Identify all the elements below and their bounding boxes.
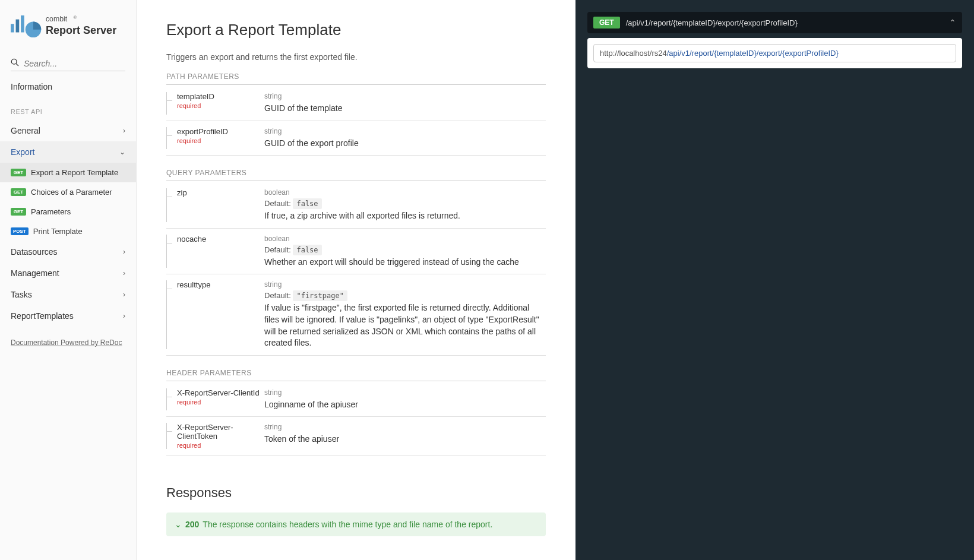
param-required: required — [177, 137, 264, 144]
chevron-down-icon: ⌄ — [175, 520, 182, 529]
nav-label: Information — [11, 82, 52, 91]
nav-management[interactable]: Management › — [0, 262, 136, 284]
nav-information[interactable]: Information — [0, 76, 136, 97]
nav-label: Export — [11, 147, 34, 157]
nav-label: Datasources — [11, 247, 58, 257]
method-badge-get: GET — [11, 188, 26, 196]
content: Export a Report Template Triggers an exp… — [137, 0, 575, 560]
nav-label: ReportTemplates — [11, 311, 74, 321]
param-row: X-ReportServer-ClientToken required stri… — [166, 417, 546, 455]
section-query-params: QUERY PARAMETERS — [166, 169, 546, 181]
chevron-down-icon: ⌄ — [119, 148, 125, 156]
chevron-right-icon: › — [123, 248, 125, 256]
section-path-params: PATH PARAMETERS — [166, 72, 546, 85]
nav-label: Management — [11, 268, 59, 278]
search-input[interactable] — [24, 59, 125, 68]
response-code: 200 — [185, 520, 199, 529]
chevron-right-icon: › — [123, 269, 125, 277]
param-name: X-ReportServer-ClientToken — [177, 423, 264, 441]
param-name: X-ReportServer-ClientId — [177, 388, 264, 397]
nav-sub-label: Choices of a Parameter — [31, 188, 112, 197]
param-name: exportProfileID — [177, 127, 264, 136]
svg-text:®: ® — [73, 15, 77, 20]
page-description: Triggers an export and returns the first… — [166, 52, 546, 62]
chevron-right-icon: › — [123, 290, 125, 299]
main: Export a Report Template Triggers an exp… — [137, 0, 974, 560]
param-desc: GUID of the template — [264, 103, 546, 115]
nav-label: Tasks — [11, 290, 32, 299]
svg-rect-0 — [11, 24, 14, 32]
nav-export[interactable]: Export ⌄ — [0, 141, 136, 163]
param-required: required — [177, 102, 264, 109]
nav-sub-label: Export a Report Template — [31, 168, 118, 177]
nav-sub-choices-parameter[interactable]: GET Choices of a Parameter — [0, 182, 136, 202]
method-badge: GET — [593, 17, 620, 29]
svg-text:combit: combit — [46, 15, 68, 23]
nav-datasources[interactable]: Datasources › — [0, 241, 136, 262]
logo: combit ® Report Server — [0, 9, 136, 52]
nav-sub-parameters[interactable]: GET Parameters — [0, 202, 136, 222]
param-required: required — [177, 442, 264, 449]
svg-point-7 — [11, 59, 17, 64]
url-input[interactable]: http://localhost/rs24/api/v1/report/{tem… — [593, 44, 956, 62]
param-type: boolean — [264, 235, 546, 243]
param-name: resulttype — [177, 280, 264, 289]
param-type: string — [264, 92, 546, 100]
nav-general[interactable]: General › — [0, 120, 136, 141]
svg-rect-1 — [16, 20, 20, 33]
section-header-params: HEADER PARAMETERS — [166, 369, 546, 381]
nav-sub-label: Parameters — [31, 207, 71, 216]
chevron-right-icon: › — [123, 126, 125, 135]
response-text: The response contains headers with the m… — [203, 520, 492, 529]
method-badge-post: POST — [11, 227, 29, 235]
param-type: string — [264, 127, 546, 135]
param-desc: Loginname of the apiuser — [264, 399, 546, 411]
param-type: boolean — [264, 188, 546, 197]
nav-sub-export-report-template[interactable]: GET Export a Report Template — [0, 163, 136, 182]
nav-tasks[interactable]: Tasks › — [0, 284, 136, 305]
endpoint-path: /api/v1/report/{templateID}/export/{expo… — [626, 18, 943, 27]
search-box[interactable] — [11, 58, 125, 71]
param-name: templateID — [177, 92, 264, 101]
search-icon — [11, 58, 19, 68]
endpoint-bar[interactable]: GET /api/v1/report/{templateID}/export/{… — [587, 12, 962, 33]
param-row: X-ReportServer-ClientId required string … — [166, 382, 546, 417]
param-desc: If value is "firstpage", the first expor… — [264, 302, 546, 349]
param-row: zip boolean Default: false If true, a zi… — [166, 182, 546, 229]
param-type: string — [264, 280, 546, 289]
param-desc: If true, a zip archive with all exported… — [264, 210, 546, 222]
method-badge-get: GET — [11, 169, 26, 176]
param-default: Default: "firstpage" — [264, 291, 546, 300]
param-row: nocache boolean Default: false Whether a… — [166, 229, 546, 275]
svg-line-8 — [16, 64, 18, 66]
param-desc: Token of the apiuser — [264, 434, 546, 445]
svg-text:Report Server: Report Server — [46, 24, 116, 36]
nav-label: General — [11, 126, 40, 135]
param-type: string — [264, 388, 546, 397]
section-label-restapi: REST API — [0, 97, 136, 120]
responses-heading: Responses — [166, 485, 546, 501]
param-row: exportProfileID required string GUID of … — [166, 121, 546, 156]
footer-link[interactable]: Documentation Powered by ReDoc — [0, 327, 136, 359]
param-required: required — [177, 398, 264, 406]
param-row: templateID required string GUID of the t… — [166, 86, 546, 121]
nav-reporttemplates[interactable]: ReportTemplates › — [0, 305, 136, 327]
param-desc: Whether an export will should be trigger… — [264, 257, 546, 268]
param-default: Default: false — [264, 245, 546, 254]
nav-sub-label: Print Template — [33, 227, 83, 236]
page-title: Export a Report Template — [166, 21, 546, 39]
svg-rect-2 — [21, 15, 24, 33]
param-name: nocache — [177, 235, 264, 243]
chevron-up-icon: ⌃ — [949, 18, 956, 27]
param-name: zip — [177, 188, 264, 197]
chevron-right-icon: › — [123, 312, 125, 320]
sidebar: combit ® Report Server Information REST … — [0, 0, 137, 560]
param-type: string — [264, 423, 546, 431]
param-default: Default: false — [264, 199, 546, 208]
method-badge-get: GET — [11, 208, 26, 216]
response-200[interactable]: ⌄ 200 The response contains headers with… — [166, 512, 546, 536]
right-panel: GET /api/v1/report/{templateID}/export/{… — [575, 0, 974, 560]
param-desc: GUID of the export profile — [264, 138, 546, 150]
nav-sub-print-template[interactable]: POST Print Template — [0, 222, 136, 241]
url-box: http://localhost/rs24/api/v1/report/{tem… — [587, 38, 962, 68]
